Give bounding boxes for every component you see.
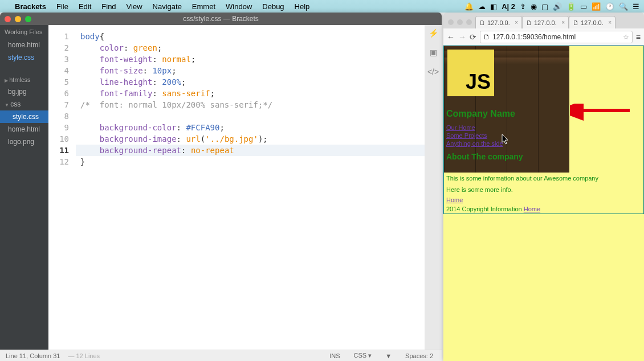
indent-setting[interactable]: Spaces: 2	[402, 352, 436, 360]
reload-button[interactable]: ⟳	[470, 32, 476, 42]
mac-menubar: Brackets File Edit Find View Navigate Em…	[0, 0, 644, 13]
nav-link-2[interactable]: Some Projects	[444, 132, 569, 140]
page-hero: JS Company Name Our Home Some Projects A…	[444, 46, 569, 173]
wifi-icon[interactable]: 📶	[592, 2, 601, 11]
menu-debug[interactable]: Debug	[262, 2, 284, 11]
extension-strip: ⚡ ▣ </>	[425, 25, 442, 350]
code-hint-icon[interactable]: </>	[427, 66, 439, 77]
footer-text: 2014 Copyright Information Home	[444, 204, 643, 214]
adobe-icon[interactable]: A| 2	[502, 2, 515, 11]
insert-mode[interactable]: INS	[327, 352, 343, 360]
rendered-page[interactable]: JS Company Name Our Home Some Projects A…	[443, 46, 644, 361]
bookmark-icon[interactable]: ☆	[623, 33, 629, 41]
chrome-window-controls	[446, 19, 475, 28]
chrome-toolbar: ← → ⟳ 🗋 127.0.0.1:59036/home.html ☆ ≡	[443, 28, 644, 46]
statusbar: Line 11, Column 31 — 12 Lines INS CSS ▾ …	[0, 350, 442, 361]
menu-view[interactable]: View	[127, 2, 142, 11]
battery-icon[interactable]: 🔋	[566, 2, 576, 11]
file-bg[interactable]: bg.jpg	[0, 85, 48, 98]
zoom-button[interactable]	[25, 16, 31, 22]
brackets-titlebar[interactable]: css/style.css — Brackets	[0, 13, 442, 25]
about-paragraph-1: This is some information about our Aweso…	[444, 173, 643, 184]
menu-emmet[interactable]: Emmet	[192, 2, 215, 11]
notification-icon[interactable]: 🔔	[464, 2, 474, 11]
about-heading: About The company	[444, 151, 569, 162]
working-files-header: Working Files	[0, 25, 48, 39]
language-mode[interactable]: CSS ▾	[351, 351, 375, 360]
nav-link-3[interactable]: Anything on the side	[444, 140, 569, 147]
close-icon[interactable]: ×	[561, 19, 565, 26]
nav-link-1[interactable]: Our Home	[444, 124, 569, 132]
app-name[interactable]: Brackets	[15, 2, 46, 11]
sync-icon[interactable]: ◉	[531, 2, 537, 11]
display-icon[interactable]: ▢	[541, 2, 548, 11]
close-icon[interactable]: ×	[608, 19, 612, 26]
app-icon[interactable]: ◧	[490, 2, 497, 11]
minimize-button[interactable]	[15, 16, 21, 22]
close-icon[interactable]: ×	[515, 19, 518, 26]
footer-home-link[interactable]: Home	[524, 206, 540, 212]
chrome-tabbar: 🗋127.0.0.× 🗋127.0.0.× 🗋127.0.0.×	[443, 13, 644, 28]
clock-icon[interactable]: 🕐	[605, 2, 614, 11]
airplay-icon[interactable]: ▭	[580, 2, 587, 11]
gutter: 123456789101112	[48, 25, 76, 350]
window-controls	[5, 16, 31, 22]
chrome-window: 🗋127.0.0.× 🗋127.0.0.× 🗋127.0.0.× ← → ⟳ 🗋…	[443, 13, 644, 361]
forward-button[interactable]: →	[458, 32, 466, 42]
working-file-style[interactable]: style.css	[0, 51, 48, 64]
brackets-window: css/style.css — Brackets Working Files h…	[0, 13, 442, 361]
chrome-min[interactable]	[457, 19, 463, 25]
encoding[interactable]: ▼	[382, 352, 394, 360]
menu-help[interactable]: Help	[295, 2, 310, 11]
home-link[interactable]: Home	[446, 196, 463, 203]
back-button[interactable]: ←	[447, 32, 455, 42]
browser-tab-3[interactable]: 🗋127.0.0.×	[569, 16, 616, 28]
file-stylecss[interactable]: style.css	[0, 110, 48, 123]
menu-navigate[interactable]: Navigate	[153, 2, 182, 11]
menu-edit[interactable]: Edit	[79, 2, 91, 11]
file-logo[interactable]: logo.png	[0, 136, 48, 148]
logo: JS	[447, 50, 494, 96]
sidebar: Working Files home.html style.css htmlcs…	[0, 25, 48, 350]
dropbox-icon[interactable]: ⇪	[520, 2, 526, 11]
project-root[interactable]: htmlcss	[0, 74, 48, 85]
close-button[interactable]	[5, 16, 11, 22]
extension-icon[interactable]: ▣	[427, 47, 439, 58]
company-name: Company Name	[444, 108, 569, 120]
browser-tab-1[interactable]: 🗋127.0.0.×	[475, 16, 522, 28]
file-homehtml[interactable]: home.html	[0, 123, 48, 136]
folder-css[interactable]: css	[0, 98, 48, 110]
cloud-icon[interactable]: ☁	[478, 2, 486, 11]
url-text: 127.0.0.1:59036/home.html	[492, 33, 576, 41]
address-bar[interactable]: 🗋 127.0.0.1:59036/home.html ☆	[480, 31, 633, 43]
menubar-status-icons: 🔔 ☁ ◧ A| 2 ⇪ ◉ ▢ 🔊 🔋 ▭ 📶 🕐 🔍 ☰	[464, 2, 639, 11]
working-file-home[interactable]: home.html	[0, 39, 48, 51]
menu-file[interactable]: File	[56, 2, 68, 11]
editor[interactable]: 123456789101112 body{ color: green; font…	[48, 25, 425, 350]
chrome-menu-icon[interactable]: ≡	[636, 32, 641, 42]
chrome-close[interactable]	[448, 19, 454, 25]
page-icon: 🗋	[483, 33, 490, 41]
line-count: — 12 Lines	[68, 352, 100, 359]
code-area[interactable]: body{ color: green; font-weight: normal;…	[76, 25, 425, 350]
menu-find[interactable]: Find	[101, 2, 116, 11]
window-title: css/style.css — Brackets	[183, 15, 259, 23]
spotlight-icon[interactable]: 🔍	[619, 2, 628, 11]
menu-icon[interactable]: ☰	[633, 2, 639, 11]
cursor-position: Line 11, Column 31	[6, 352, 60, 359]
about-paragraph-2: Here is some more info.	[444, 184, 643, 195]
volume-icon[interactable]: 🔊	[553, 2, 562, 11]
menu-window[interactable]: Window	[226, 2, 252, 11]
chrome-zoom[interactable]	[466, 19, 472, 25]
browser-tab-2[interactable]: 🗋127.0.0.×	[522, 16, 569, 28]
live-preview-icon[interactable]: ⚡	[427, 27, 439, 39]
